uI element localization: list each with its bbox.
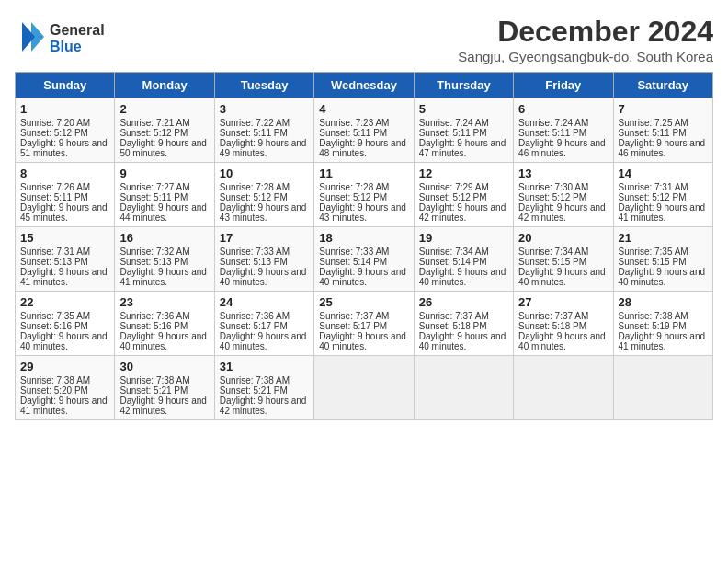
sunset-text: Sunset: 5:12 PM <box>419 192 508 202</box>
sunrise-text: Sunrise: 7:29 AM <box>419 182 508 192</box>
day-number: 1 <box>20 102 109 116</box>
sunset-text: Sunset: 5:13 PM <box>220 257 309 267</box>
day-number: 26 <box>419 295 508 309</box>
daylight-text: Daylight: 9 hours and 40 minutes. <box>119 331 209 351</box>
sunrise-text: Sunrise: 7:37 AM <box>419 311 508 321</box>
day-number: 28 <box>619 295 708 309</box>
sunset-text: Sunset: 5:17 PM <box>319 321 408 331</box>
sunset-text: Sunset: 5:11 PM <box>518 128 608 138</box>
calendar-cell <box>414 356 513 420</box>
day-number: 29 <box>20 360 109 373</box>
sunset-text: Sunset: 5:13 PM <box>119 257 209 267</box>
day-number: 30 <box>119 360 209 373</box>
day-of-week-header: Sunday <box>16 73 115 98</box>
calendar-cell: 31Sunrise: 7:38 AMSunset: 5:21 PMDayligh… <box>214 356 313 420</box>
calendar-cell: 22Sunrise: 7:35 AMSunset: 5:16 PMDayligh… <box>16 292 115 356</box>
calendar-header-row: SundayMondayTuesdayWednesdayThursdayFrid… <box>16 73 713 98</box>
sunset-text: Sunset: 5:14 PM <box>419 257 508 267</box>
daylight-text: Daylight: 9 hours and 46 minutes. <box>619 138 708 158</box>
sunrise-text: Sunrise: 7:33 AM <box>220 247 309 257</box>
calendar-cell: 27Sunrise: 7:37 AMSunset: 5:18 PMDayligh… <box>514 292 613 356</box>
calendar-week-row: 8Sunrise: 7:26 AMSunset: 5:11 PMDaylight… <box>16 163 713 227</box>
daylight-text: Daylight: 9 hours and 40 minutes. <box>20 331 109 351</box>
calendar-cell: 8Sunrise: 7:26 AMSunset: 5:11 PMDaylight… <box>16 163 115 227</box>
sunrise-text: Sunrise: 7:28 AM <box>319 182 408 192</box>
day-number: 16 <box>119 231 209 245</box>
sunset-text: Sunset: 5:12 PM <box>220 192 309 202</box>
daylight-text: Daylight: 9 hours and 44 minutes. <box>119 202 209 223</box>
daylight-text: Daylight: 9 hours and 40 minutes. <box>419 267 508 287</box>
day-number: 24 <box>220 295 309 309</box>
calendar-week-row: 29Sunrise: 7:38 AMSunset: 5:20 PMDayligh… <box>16 356 713 420</box>
location-subtitle: Sangju, Gyeongsangbuk-do, South Korea <box>458 49 713 64</box>
sunset-text: Sunset: 5:11 PM <box>119 192 209 202</box>
calendar-cell: 11Sunrise: 7:28 AMSunset: 5:12 PMDayligh… <box>314 163 414 227</box>
day-number: 22 <box>20 295 109 309</box>
daylight-text: Daylight: 9 hours and 43 minutes. <box>220 202 309 223</box>
calendar-cell: 19Sunrise: 7:34 AMSunset: 5:14 PMDayligh… <box>414 227 513 292</box>
day-number: 14 <box>619 167 708 180</box>
sunset-text: Sunset: 5:15 PM <box>518 257 608 267</box>
sunset-text: Sunset: 5:12 PM <box>619 192 708 202</box>
calendar-cell: 5Sunrise: 7:24 AMSunset: 5:11 PMDaylight… <box>414 98 513 163</box>
sunset-text: Sunset: 5:12 PM <box>20 128 109 138</box>
day-number: 17 <box>220 231 309 245</box>
sunset-text: Sunset: 5:21 PM <box>119 385 209 396</box>
calendar-cell: 23Sunrise: 7:36 AMSunset: 5:16 PMDayligh… <box>115 292 214 356</box>
daylight-text: Daylight: 9 hours and 41 minutes. <box>619 331 708 351</box>
sunrise-text: Sunrise: 7:36 AM <box>220 311 309 321</box>
sunrise-text: Sunrise: 7:38 AM <box>20 375 109 385</box>
sunset-text: Sunset: 5:18 PM <box>518 321 608 331</box>
day-number: 27 <box>518 295 608 309</box>
sunset-text: Sunset: 5:13 PM <box>20 257 109 267</box>
logo-block: General Blue <box>15 15 134 63</box>
sunset-text: Sunset: 5:11 PM <box>619 128 708 138</box>
sunrise-text: Sunrise: 7:38 AM <box>619 311 708 321</box>
day-of-week-header: Monday <box>115 73 214 98</box>
sunset-text: Sunset: 5:12 PM <box>119 128 209 138</box>
title-block: December 2024 Sangju, Gyeongsangbuk-do, … <box>458 15 713 64</box>
day-number: 23 <box>119 295 209 309</box>
sunset-text: Sunset: 5:11 PM <box>220 128 309 138</box>
sunrise-text: Sunrise: 7:30 AM <box>518 182 608 192</box>
day-number: 25 <box>319 295 408 309</box>
calendar-cell: 25Sunrise: 7:37 AMSunset: 5:17 PMDayligh… <box>314 292 414 356</box>
calendar-cell: 21Sunrise: 7:35 AMSunset: 5:15 PMDayligh… <box>613 227 712 292</box>
daylight-text: Daylight: 9 hours and 41 minutes. <box>619 202 708 223</box>
calendar-cell: 12Sunrise: 7:29 AMSunset: 5:12 PMDayligh… <box>414 163 513 227</box>
day-number: 11 <box>319 167 408 180</box>
daylight-text: Daylight: 9 hours and 42 minutes. <box>220 396 309 416</box>
sunset-text: Sunset: 5:11 PM <box>419 128 508 138</box>
daylight-text: Daylight: 9 hours and 40 minutes. <box>419 331 508 351</box>
day-of-week-header: Thursday <box>414 73 513 98</box>
calendar-cell: 17Sunrise: 7:33 AMSunset: 5:13 PMDayligh… <box>214 227 313 292</box>
sunrise-text: Sunrise: 7:38 AM <box>119 375 209 385</box>
calendar-cell: 26Sunrise: 7:37 AMSunset: 5:18 PMDayligh… <box>414 292 513 356</box>
sunrise-text: Sunrise: 7:38 AM <box>220 375 309 385</box>
daylight-text: Daylight: 9 hours and 40 minutes. <box>220 331 309 351</box>
day-number: 13 <box>518 167 608 180</box>
calendar-cell: 18Sunrise: 7:33 AMSunset: 5:14 PMDayligh… <box>314 227 414 292</box>
daylight-text: Daylight: 9 hours and 45 minutes. <box>20 202 109 223</box>
calendar-cell: 28Sunrise: 7:38 AMSunset: 5:19 PMDayligh… <box>613 292 712 356</box>
calendar-cell <box>314 356 414 420</box>
sunrise-text: Sunrise: 7:23 AM <box>319 118 408 128</box>
svg-text:General: General <box>50 22 105 38</box>
sunset-text: Sunset: 5:12 PM <box>319 192 408 202</box>
calendar-cell: 20Sunrise: 7:34 AMSunset: 5:15 PMDayligh… <box>514 227 613 292</box>
sunrise-text: Sunrise: 7:37 AM <box>319 311 408 321</box>
page-header: General Blue December 2024 Sangju, Gyeon… <box>15 15 713 64</box>
svg-text:Blue: Blue <box>50 39 82 54</box>
day-number: 9 <box>119 167 209 180</box>
sunset-text: Sunset: 5:18 PM <box>419 321 508 331</box>
sunrise-text: Sunrise: 7:35 AM <box>619 247 708 257</box>
sunrise-text: Sunrise: 7:24 AM <box>518 118 608 128</box>
day-number: 19 <box>419 231 508 245</box>
day-number: 3 <box>220 102 309 116</box>
daylight-text: Daylight: 9 hours and 40 minutes. <box>220 267 309 287</box>
day-number: 15 <box>20 231 109 245</box>
sunrise-text: Sunrise: 7:34 AM <box>419 247 508 257</box>
day-number: 10 <box>220 167 309 180</box>
sunrise-text: Sunrise: 7:33 AM <box>319 247 408 257</box>
sunset-text: Sunset: 5:16 PM <box>119 321 209 331</box>
